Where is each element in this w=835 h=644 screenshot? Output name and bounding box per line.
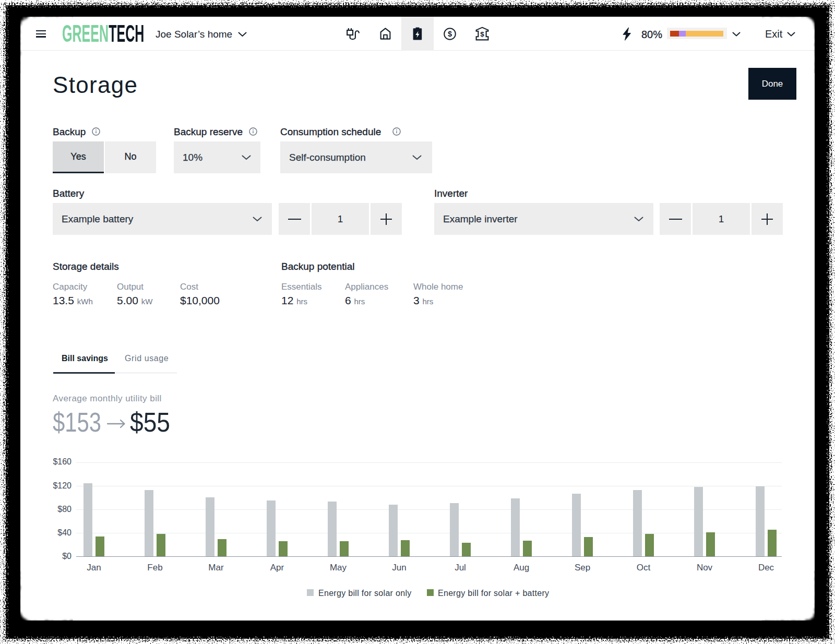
svg-text:$: $ [448,30,452,38]
svg-text:$: $ [480,30,484,38]
